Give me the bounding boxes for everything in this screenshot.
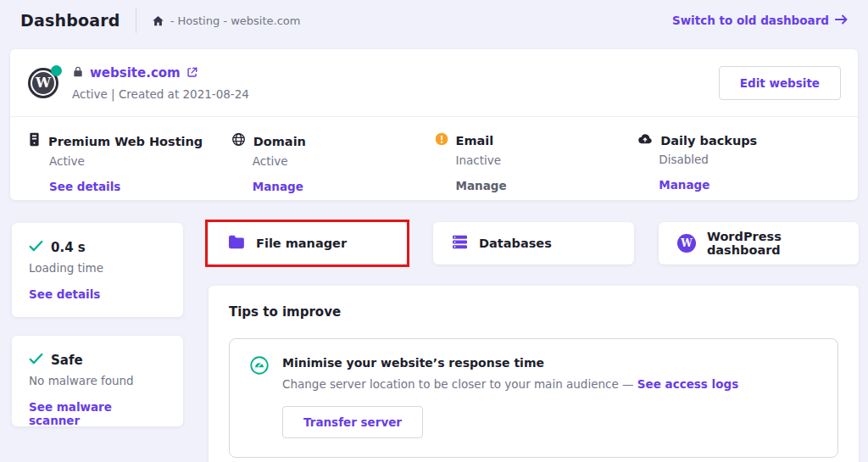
wordpress-dashboard-button[interactable]: W WordPress dashboard [659,222,859,264]
switch-link-label: Switch to old dashboard [672,14,829,27]
malware-status-card: Safe No malware found See malware scanne… [12,336,183,426]
domain-manage-link[interactable]: Manage [253,180,435,193]
service-status: Disabled [659,153,841,166]
tip-item-response-time: Minimise your website’s response time Ch… [229,338,838,458]
server-icon [28,132,41,150]
check-icon [29,240,43,255]
transfer-server-button[interactable]: Transfer server [282,406,423,438]
wordpress-icon: W [677,234,696,253]
email-manage-link[interactable]: Manage [456,179,638,192]
file-manager-button[interactable]: File manager [209,222,407,264]
malware-status-value: Safe [51,353,83,368]
backups-manage-link[interactable]: Manage [659,178,841,192]
edit-website-button[interactable]: Edit website [719,66,841,100]
external-link-icon[interactable] [186,65,198,81]
service-status: Active [253,154,435,168]
tips-title: Tips to improve [229,304,838,320]
service-title: Email [456,134,494,148]
home-icon[interactable] [152,14,164,27]
site-domain-link[interactable]: website.com [90,65,181,81]
breadcrumb: - Hosting - website.com [152,14,301,27]
database-icon [452,235,468,253]
globe-icon [231,132,246,150]
tip-title: Minimise your website’s response time [282,356,817,370]
gauge-icon [250,356,269,438]
site-status-line: Active | Created at 2021-08-24 [72,87,249,101]
lock-icon [72,65,84,81]
header-divider [136,8,136,33]
loading-see-details-link[interactable]: See details [29,287,166,301]
arrow-right-icon [835,14,848,27]
tips-to-improve-card: Tips to improve Minimise your website’s … [209,286,859,462]
see-malware-scanner-link[interactable]: See malware scanner [29,400,166,427]
loading-time-card: 0.4 s Loading time See details [12,223,183,317]
tip-description: Change server location to be closer to y… [282,377,817,391]
wordpress-avatar: W [28,68,58,98]
service-backups: Daily backups Disabled Manage [637,132,841,193]
tip-description-text: Change server location to be closer to y… [282,377,637,391]
service-hosting: Premium Web Hosting Active See details [28,132,231,193]
service-domain: Domain Active Manage [231,132,435,193]
databases-button[interactable]: Databases [433,222,634,264]
see-access-logs-link[interactable]: See access logs [637,377,738,391]
online-status-dot [51,65,62,76]
wordpress-dashboard-label: WordPress dashboard [707,230,859,257]
switch-to-old-dashboard-link[interactable]: Switch to old dashboard [672,14,848,27]
service-title: Domain [253,135,306,148]
hosting-see-details-link[interactable]: See details [49,180,231,193]
service-title: Premium Web Hosting [48,135,203,148]
databases-label: Databases [479,237,552,250]
services-row: Premium Web Hosting Active See details D… [10,116,858,193]
folder-icon [227,235,245,253]
malware-status-label: No malware found [29,374,166,387]
top-header: Dashboard - Hosting - website.com Switch… [0,0,868,41]
site-row: W website.com Active | Created at 2021-0… [10,49,858,116]
breadcrumb-text: - Hosting - website.com [170,14,301,27]
service-email: Email Inactive Manage [435,132,638,193]
cloud-backup-icon [637,132,653,148]
site-info: website.com Active | Created at 2021-08-… [72,65,249,101]
service-status: Inactive [456,153,638,167]
service-status: Active [49,154,231,168]
file-manager-label: File manager [256,237,347,250]
service-title: Daily backups [660,134,757,148]
check-icon [29,353,43,368]
website-overview-card: W website.com Active | Created at 2021-0… [10,49,858,200]
page-title: Dashboard [20,11,120,30]
loading-time-value: 0.4 s [51,240,86,255]
warning-icon [435,132,448,149]
loading-time-label: Loading time [29,261,166,275]
